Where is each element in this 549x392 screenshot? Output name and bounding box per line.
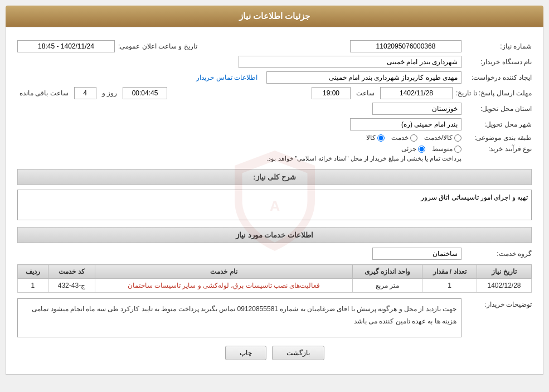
purchase-type-label: نوع فرآیند خرید: [465,145,532,153]
category-radio-service[interactable] [410,134,417,142]
category-radio-goods-service[interactable] [454,134,461,142]
announce-datetime-input[interactable] [17,40,115,52]
org-name-input[interactable] [239,56,461,68]
services-table: تاریخ نیاز تعداد / مقدار واحد اندازه گیر… [17,264,532,293]
purchase-type-note: پرداخت تمام یا بخشی از مبلغ خریدار از مح… [266,155,461,162]
category-option-service[interactable]: خدمت [391,134,417,142]
col-need-date: تاریخ نیاز [477,265,531,279]
need-description-section-header: شرح کلی نیاز: [17,169,532,185]
buyer-notes-label: توضیحات خریدار: [465,298,532,308]
org-name-label: نام دستگاه خریدار: [465,58,532,66]
category-radio-group: کالا/خدمت خدمت کالا [366,134,461,142]
need-description-textarea[interactable]: تهیه و اجرای امور تاسیساتی اتاق سرور [17,190,532,220]
table-row: 1402/12/28 1 متر مربع فعالیت‌های نصب تاس… [18,279,532,293]
announce-datetime-label: تاریخ و ساعت اعلان عمومی: [118,42,197,50]
purchase-type-radio-medium[interactable] [454,146,461,153]
col-service-name: نام خدمت [95,265,352,279]
remaining-time-input[interactable] [123,87,167,99]
send-deadline-label: مهلت ارسال پاسخ: تا تاریخ: [456,89,532,97]
need-number-label: شماره نیاز: [465,42,532,50]
purchase-type-partial[interactable]: جزئی [401,145,425,153]
print-button[interactable]: چاپ [225,346,266,360]
days-label: روز و [102,89,117,97]
time-label: ساعت [356,89,375,97]
creator-input[interactable] [266,71,461,84]
city-label: شهر محل تحویل: [465,120,532,128]
footer-buttons: بازگشت چاپ [17,346,532,360]
contact-link[interactable]: اطلاعات تماس خریدار [196,74,258,81]
province-label: استان محل تحویل: [465,105,532,113]
category-option-goods[interactable]: کالا [366,134,385,142]
page-title: جزئیات اطلاعات نیاز [6,6,543,27]
service-group-input[interactable] [372,248,461,260]
purchase-type-radio-partial[interactable] [418,146,425,153]
cell-need-date: 1402/12/28 [477,279,531,293]
col-service-code: کد خدمت [48,265,95,279]
hours-remaining-label: ساعت باقی مانده [20,89,69,97]
cell-unit: متر مربع [352,279,422,293]
category-label: طبقه بندی موضوعی: [465,134,532,142]
buyer-notes-box: جهت بازدید از محل و هرگونه پرسش با افای … [17,298,461,337]
city-input[interactable] [350,118,461,130]
cell-quantity: 1 [422,279,477,293]
province-input[interactable] [372,103,461,115]
services-section-header: اطلاعات خدمات مورد نیاز [17,227,532,243]
creator-label: ایجاد کننده درخواست: [465,74,532,81]
category-radio-goods[interactable] [377,134,385,142]
days-input[interactable] [74,87,96,99]
deadline-time-input[interactable] [312,87,351,99]
deadline-date-input[interactable] [380,87,453,99]
col-unit: واحد اندازه گیری [352,265,422,279]
col-quantity: تعداد / مقدار [422,265,477,279]
back-button[interactable]: بازگشت [272,346,324,360]
cell-service-code: ج-43-432 [48,279,95,293]
purchase-type-medium[interactable]: متوسط [432,145,461,153]
service-group-label: گروه خدمت: [465,250,532,258]
cell-service-name: فعالیت‌های نصب تاسیسات برق، لوله‌کشی و س… [95,279,352,293]
need-number-input[interactable] [350,40,461,52]
category-option-goods-service[interactable]: کالا/خدمت [424,134,461,142]
col-row-num: ردیف [18,265,48,279]
cell-row-num: 1 [18,279,48,293]
